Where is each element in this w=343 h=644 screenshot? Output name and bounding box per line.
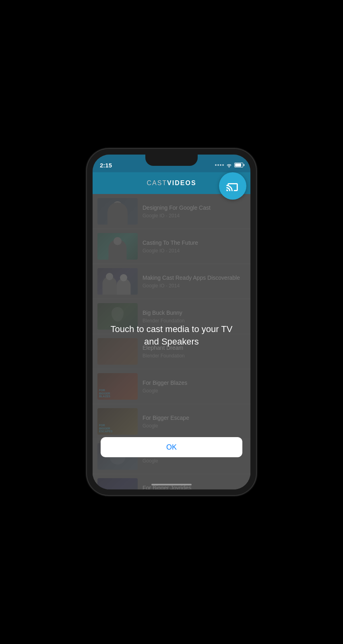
wifi-icon [226, 163, 232, 167]
status-icons [215, 163, 243, 167]
signal-dot-3 [220, 164, 221, 166]
app-title-videos: VIDEOS [167, 180, 196, 186]
home-indicator[interactable] [151, 484, 192, 485]
signal-dot-1 [215, 164, 217, 166]
phone-frame: 2:15 CASTVIDEOS [87, 149, 256, 495]
signal-dot-4 [222, 164, 224, 166]
signal-dot-2 [217, 164, 219, 166]
notch [145, 155, 198, 166]
battery-fill [235, 163, 241, 167]
battery-icon [234, 163, 243, 167]
cast-icon [226, 179, 240, 193]
signal-dots [215, 164, 224, 166]
app-title: CASTVIDEOS [147, 180, 196, 187]
status-time: 2:15 [100, 162, 112, 169]
ok-button[interactable]: OK [101, 437, 242, 457]
phone-screen: 2:15 CASTVIDEOS [93, 155, 250, 489]
overlay-message: Touch to cast media to your TV and Speak… [93, 323, 250, 348]
ok-button-label: OK [166, 443, 177, 452]
app-title-cast: CAST [147, 180, 167, 186]
cast-button[interactable] [219, 172, 246, 200]
